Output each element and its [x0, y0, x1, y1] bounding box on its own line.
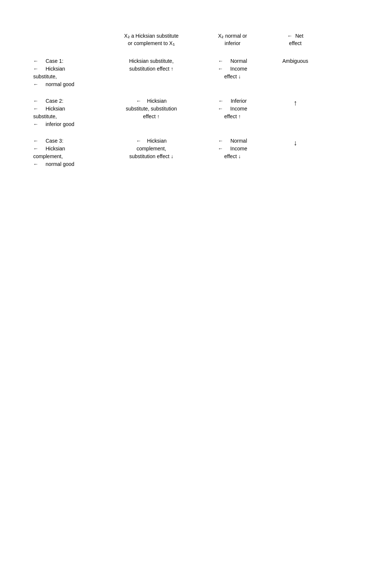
case2-income: ← Inferior ← Income effect ↑ [192, 94, 273, 131]
header-col4: ← Net effect [273, 30, 317, 54]
spacer2 [30, 131, 111, 134]
case3-description: ← Case 3: ← Hicksian complement, ← norma… [30, 134, 111, 171]
case1-description: ← Case 1: ← Hicksian substitute, ← norma… [30, 54, 111, 91]
case1-hicksian: Hicksian substitute, substitution effect… [111, 54, 192, 91]
main-table: X₂ a Hicksian substitute or complement t… [30, 30, 362, 171]
grid-container: X₂ a Hicksian substitute or complement t… [30, 30, 362, 171]
case2-net: ↑ [273, 94, 317, 131]
case1-income: ← Normal ← Income effect ↓ [192, 54, 273, 91]
case3-hicksian: ← Hicksian complement, substitution effe… [111, 134, 192, 171]
case1-net: Ambiguous [273, 54, 317, 91]
case2-hicksian: ← Hicksian substitute, substitution effe… [111, 94, 192, 131]
header-col1 [30, 30, 111, 54]
header-col2: X₂ a Hicksian substitute or complement t… [111, 30, 192, 54]
case2-description: ← Case 2: ← Hicksian substitute, ← infer… [30, 94, 111, 131]
case3-income: ← Normal ← Income effect ↓ [192, 134, 273, 171]
spacer1 [30, 91, 111, 94]
case3-net: ↓ [273, 134, 317, 171]
header-col3: X₂ normal or inferior [192, 30, 273, 54]
